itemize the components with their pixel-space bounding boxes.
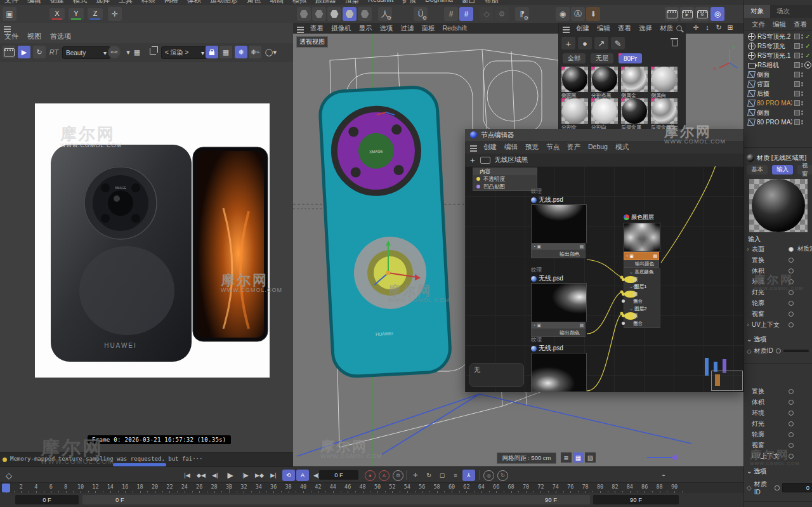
layer-box-icon[interactable] [794,72,800,77]
edges-mode-icon[interactable] [312,7,326,21]
ruler-tick-32[interactable]: 32 [239,484,249,490]
material-item-侧面黑[interactable]: 侧面黑 [560,66,590,98]
node-menu-预览[interactable]: 预览 [521,143,542,152]
ruler-tick-90[interactable]: 90 [669,484,679,490]
attr-row-环境[interactable]: 环境 [744,276,812,287]
material-tab-80Pr[interactable]: 80Pr [619,53,642,63]
vp-menu-查看[interactable]: 查看 [306,24,327,33]
material-item-侧属白[interactable]: 侧属白 [650,66,679,98]
rt-toggle[interactable]: RT [47,46,61,58]
color-layer-row-颜色[interactable]: 颜色 [624,276,637,284]
coordinate-system-icon[interactable]: ✛ [108,7,122,21]
points-mode-icon[interactable] [297,7,311,21]
timeline-ruler[interactable]: 0246810121416182022242628303234363840424… [0,482,743,494]
material-menu-icon[interactable] [563,27,570,28]
node-menu-编辑[interactable]: 编辑 [501,143,521,152]
annotate-a-icon[interactable]: ◉ [556,7,570,21]
color-layer-selected-row[interactable]: ◔ ▣▤ [624,252,659,260]
color-layer-node[interactable]: 颜色图层 ◔ ▣▤ 输出颜色 ⌄基底颜色颜色⌄图层1颜色混合⌄图层2颜色混合 [624,213,660,328]
vp-menu-摄像机[interactable]: 摄像机 [327,24,355,33]
texture-node-1[interactable]: 纹理 无线.psd ◔ ▣▤ 输出颜色 [531,188,587,258]
layer-box-icon[interactable] [794,34,800,39]
workplane-icon[interactable]: # [444,7,458,21]
ruler-tick-24[interactable]: 24 [180,484,190,490]
axis-y-button[interactable]: Y [69,8,84,20]
quantize-icon[interactable]: ⁋⚙ [515,7,529,21]
attr-row-视窗[interactable]: 视窗 [744,440,812,451]
object-row-背面[interactable]: 背面 [744,79,812,89]
menu-选择[interactable]: 选择 [91,0,114,5]
port-yellow[interactable] [476,177,480,181]
ruler-tick-74[interactable]: 74 [551,484,561,490]
menu-Bognima[interactable]: Bognima [421,0,457,5]
menu-窗口[interactable]: 窗口 [457,0,480,5]
enabled-check-icon[interactable]: ✓ [804,33,811,40]
rv-menu-文件[interactable]: 文件 [0,32,23,41]
material-attr-tab-基本[interactable]: 基本 [747,165,768,174]
ruler-tick-78[interactable]: 78 [580,484,591,490]
keyframe-selection-button[interactable]: ◎ [483,470,494,481]
menu-工具[interactable]: 工具 [114,0,137,5]
axis-modify-icon[interactable]: 人⚙ [378,7,392,21]
autokey-button[interactable]: A [379,470,390,481]
search-icon[interactable] [676,25,682,31]
attr-row-灯光[interactable]: 灯光 [744,418,812,429]
ruler-tick-58[interactable]: 58 [432,484,442,490]
record-position-toggle[interactable]: ✛ [409,470,422,481]
prev-frame-button[interactable]: ◀| [209,470,221,481]
material-id-field-2[interactable]: 0 [782,483,812,492]
material-preview[interactable] [749,179,808,232]
record-scale-toggle[interactable]: ▢ [436,470,449,481]
menu-模拟[interactable]: 模拟 [288,0,311,5]
viewport-slider[interactable] [647,457,675,458]
menu-网格[interactable]: 网格 [160,0,183,5]
enabled-check-icon[interactable]: ✓ [804,43,811,49]
attr-row-UV上下文[interactable]: UV上下文 [744,451,812,461]
workplane-lock-icon[interactable]: # [459,7,473,21]
options-section-2[interactable]: ⌄ 选项 [747,467,766,476]
node-menu-资产[interactable]: 资产 [563,143,584,152]
layer-box-icon[interactable] [794,53,800,58]
vp-menu-Redshift[interactable]: Redshift [439,24,471,33]
vp-menu-面板[interactable]: 面板 [418,24,439,33]
ruler-tick-8[interactable]: 8 [61,484,71,490]
ruler-tick-38[interactable]: 38 [284,484,294,490]
ruler-tick-72[interactable]: 72 [535,484,546,490]
loop-toggle[interactable]: ⟲ [282,470,295,481]
color-layer-row-颜色[interactable]: 颜色 [624,312,637,320]
toggle-view-icon[interactable]: ⊞ [724,23,736,33]
rotate-view-icon[interactable]: ↻ [713,23,724,33]
layer-box-icon[interactable] [794,62,800,68]
material-item-后摄金属金[interactable]: 后摄金属金 [650,98,679,129]
make-editable-icon[interactable]: ▣ [3,7,16,21]
assign-material-icon[interactable]: ↗ [594,37,608,49]
render-picture-viewer-icon[interactable]: ▶ [680,7,694,21]
menu-文件[interactable]: 文件 [0,0,23,5]
object-row-80 PRO MAX[interactable]: 80 PRO MAX [744,98,812,108]
input-port[interactable] [622,293,625,296]
menu-渲染[interactable]: 渲染 [341,0,363,5]
axis-z-button[interactable]: Z [88,8,103,20]
ruler-tick-88[interactable]: 88 [655,484,665,490]
color-layer-row-混合[interactable]: 混合 [624,320,660,327]
model-mode-icon[interactable] [343,7,357,21]
start-ipr-button[interactable]: ▶ [18,46,30,58]
crop-region-icon[interactable] [146,46,159,58]
input-port[interactable] [622,322,625,325]
download-icon[interactable]: ⬇ [586,7,600,21]
current-frame-field[interactable]: 0 F [319,470,358,480]
ruler-tick-86[interactable]: 86 [639,484,650,490]
object-row-80 PRO MAX 1[interactable]: 80 PRO MAX 1 [744,117,812,127]
input-port[interactable] [622,278,625,281]
render-settings-icon[interactable]: ⚙ [695,7,709,21]
layer-box-icon[interactable] [794,110,800,115]
shade-toggle-icon[interactable]: ▨ [585,452,596,463]
delete-material-icon[interactable] [668,37,682,49]
attr-row-轮廓[interactable]: 轮廓 [744,298,812,308]
mat-menu-编辑[interactable]: 编辑 [593,24,614,33]
ruler-tick-50[interactable]: 50 [372,484,383,490]
ruler-tick-22[interactable]: 22 [164,484,174,490]
color-layer-row-基底颜色[interactable]: ⌄基底颜色 [624,268,660,276]
menu-帮助[interactable]: 帮助 [480,0,503,5]
minimap-viewrect[interactable] [711,371,743,391]
